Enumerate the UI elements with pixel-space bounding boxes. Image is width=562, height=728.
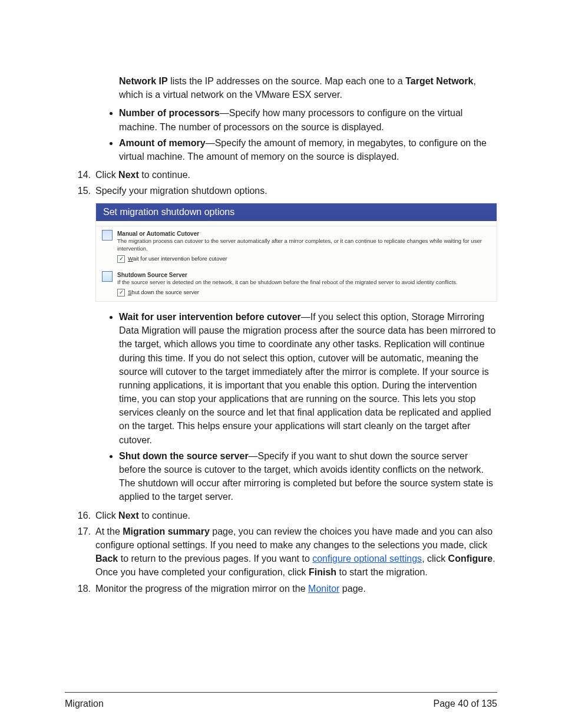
text: Click <box>95 170 118 180</box>
text: to continue. <box>139 510 190 521</box>
manual-cutover-section: Manual or Automatic Cutover The migratio… <box>96 226 497 268</box>
section-heading: Manual or Automatic Cutover <box>117 230 491 238</box>
text: Monitor the progress of the migration mi… <box>95 584 308 594</box>
info-icon <box>102 230 113 241</box>
text: , click <box>422 554 448 564</box>
step-16: 16. Click Next to continue. <box>65 509 497 522</box>
section-description: If the source server is detected on the … <box>117 279 491 286</box>
next-bold: Next <box>118 170 139 180</box>
step-17: 17. At the Migration summary page, you c… <box>65 525 497 579</box>
mnemonic: W <box>128 255 133 262</box>
section-content: Manual or Automatic Cutover The migratio… <box>117 230 491 263</box>
step-body: Monitor the progress of the migration mi… <box>95 582 497 595</box>
footer-section: Migration <box>65 699 104 709</box>
shutdown-source-checkbox[interactable]: ✓ Shut down the source server <box>117 289 199 297</box>
text: page. <box>339 584 365 594</box>
target-network-bold: Target Network <box>405 76 473 86</box>
checkbox-label: Shut down the source server <box>128 289 199 297</box>
shut-bold: Shut down the source server <box>119 451 249 461</box>
text: lists the IP addresses on the source. Ma… <box>168 76 406 86</box>
top-bullets: Number of processors—Specify how many pr… <box>101 106 497 163</box>
nproc-bold: Number of processors <box>119 108 220 118</box>
bullet-wait: Wait for user intervention before cutove… <box>119 310 497 447</box>
wait-cutover-checkbox[interactable]: ✓ Wait for user intervention before cuto… <box>117 255 227 263</box>
section-content: Shutdown Source Server If the source ser… <box>117 271 491 297</box>
step-number: 18. <box>65 582 95 595</box>
shutdown-options-dialog: Set migration shutdown options Manual or… <box>95 203 497 302</box>
text: At the <box>95 526 123 536</box>
mem-bold: Amount of memory <box>119 138 206 148</box>
bullet-mem: Amount of memory—Specify the amount of m… <box>119 136 497 163</box>
server-icon <box>102 271 113 282</box>
label-rest: hut down the source server <box>131 289 199 295</box>
step-body: At the Migration summary page, you can r… <box>95 525 497 579</box>
checkbox-label: Wait for user intervention before cutove… <box>128 255 227 263</box>
network-ip-para: Network IP lists the IP addresses on the… <box>119 74 497 101</box>
footer-page: Page 40 of 135 <box>433 699 497 709</box>
text: to continue. <box>139 170 190 180</box>
bullet-shut: Shut down the source server—Specify if y… <box>119 449 497 504</box>
page-footer: Migration Page 40 of 135 <box>65 692 497 709</box>
wait-bold: Wait for user intervention before cutove… <box>119 312 301 322</box>
network-ip-bold: Network IP <box>119 76 168 86</box>
check-icon: ✓ <box>119 289 124 295</box>
option-bullets: Wait for user intervention before cutove… <box>101 310 497 504</box>
text: Click <box>95 510 118 521</box>
section-description: The migration process can cutover to the… <box>117 238 491 253</box>
step-number: 16. <box>65 509 95 522</box>
page: Network IP lists the IP addresses on the… <box>0 0 562 728</box>
check-icon: ✓ <box>119 256 124 262</box>
text: to return to the previous pages. If you … <box>118 554 312 564</box>
step-15: 15. Specify your migration shutdown opti… <box>65 184 497 197</box>
dialog-title: Set migration shutdown options <box>96 203 497 221</box>
text: to start the migration. <box>336 567 428 577</box>
step-14: 14. Click Next to continue. <box>65 168 497 182</box>
shutdown-source-section: Shutdown Source Server If the source ser… <box>96 268 497 301</box>
configure-bold: Configure <box>448 554 493 564</box>
step-body: Specify your migration shutdown options. <box>95 184 497 197</box>
checkbox-box: ✓ <box>117 255 125 263</box>
step-number: 17. <box>65 525 95 579</box>
configure-optional-settings-link[interactable]: configure optional settings <box>312 554 422 564</box>
step-body: Click Next to continue. <box>95 509 497 522</box>
bullet-nproc: Number of processors—Specify how many pr… <box>119 106 497 133</box>
dialog-separator <box>96 221 497 226</box>
back-bold: Back <box>95 554 118 564</box>
section-heading: Shutdown Source Server <box>117 271 491 279</box>
step-number: 14. <box>65 168 95 182</box>
label-rest: ait for user intervention before cutover <box>133 255 227 262</box>
checkbox-box: ✓ <box>117 289 125 297</box>
finish-bold: Finish <box>309 567 336 577</box>
monitor-link[interactable]: Monitor <box>308 584 339 594</box>
step-18: 18. Monitor the progress of the migratio… <box>65 582 497 595</box>
migration-summary-bold: Migration summary <box>123 526 210 536</box>
next-bold: Next <box>118 510 139 521</box>
step-number: 15. <box>65 184 95 197</box>
text: —If you select this option, Storage Mirr… <box>119 312 495 445</box>
step-body: Click Next to continue. <box>95 168 497 182</box>
